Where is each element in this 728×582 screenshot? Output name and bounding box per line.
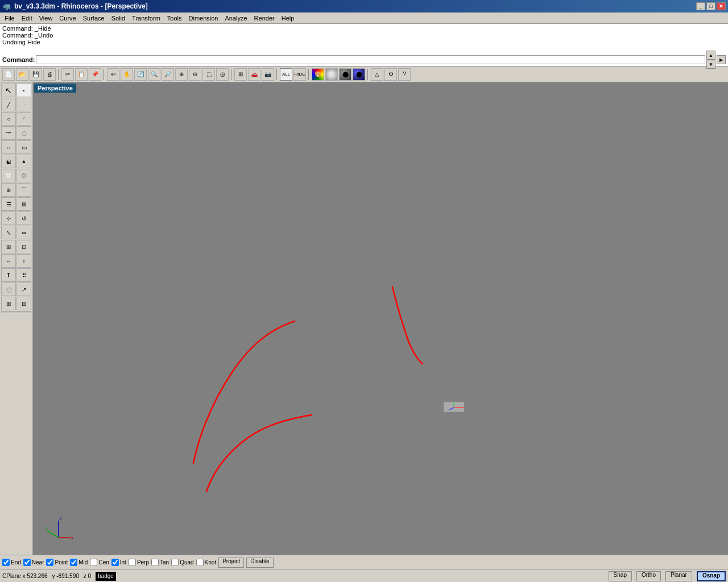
menu-analyze[interactable]: Analyze xyxy=(221,14,250,23)
knot-checkbox[interactable] xyxy=(196,559,204,566)
point-checkbox[interactable] xyxy=(46,559,53,566)
tan-checkbox[interactable] xyxy=(151,559,159,566)
command-input[interactable] xyxy=(36,55,705,64)
array-tool[interactable]: ⊞ xyxy=(1,240,16,253)
select-options-tool[interactable]: ▪ xyxy=(16,84,31,97)
material1-button[interactable]: 🎨 xyxy=(312,68,324,81)
near-checkbox[interactable] xyxy=(23,559,31,566)
capture-button[interactable]: 📷 xyxy=(262,68,274,81)
int-checkbox[interactable] xyxy=(111,559,119,566)
zoom-window-button[interactable]: ⬚ xyxy=(202,68,215,81)
undo-button[interactable]: ↩ xyxy=(107,68,119,81)
knot-snap[interactable]: Knot xyxy=(196,559,217,566)
import-tool[interactable]: ⊞ xyxy=(1,297,16,310)
text-tool[interactable]: T xyxy=(1,268,16,282)
zoom-dynamic-button[interactable]: ◎ xyxy=(216,68,229,81)
hide-button[interactable]: HIDE xyxy=(293,68,306,81)
menu-dimension[interactable]: Dimension xyxy=(185,14,222,23)
solid-tool[interactable]: ⬜ xyxy=(1,169,16,182)
zoom-in-button[interactable]: ⊕ xyxy=(175,68,188,81)
zoom-out-button[interactable]: ⊖ xyxy=(189,68,201,81)
transform-tool[interactable]: ↔ xyxy=(1,140,16,154)
menu-solid[interactable]: Solid xyxy=(108,14,129,23)
tan-snap[interactable]: Tan xyxy=(151,559,169,566)
cut-button[interactable]: ✂ xyxy=(61,68,74,81)
properties-button[interactable]: ⚙ xyxy=(384,68,397,81)
mesh-tool[interactable]: ⬡ xyxy=(16,169,31,182)
rotate-button[interactable]: 🔄 xyxy=(134,68,147,81)
point-snap[interactable]: Point xyxy=(46,559,68,566)
material3-button[interactable]: ⬤ xyxy=(353,68,365,81)
hatch-tool[interactable]: ⠿ xyxy=(16,268,31,282)
scroll-down-button[interactable]: ▼ xyxy=(706,60,715,69)
curve-tool[interactable]: ◌ xyxy=(16,126,31,140)
rectangle-tool[interactable]: ▭ xyxy=(16,140,31,154)
dim2-tool[interactable]: ↕ xyxy=(16,254,31,268)
cen-snap[interactable]: Cen xyxy=(90,559,109,566)
end-snap[interactable]: End xyxy=(2,559,21,566)
properties-panel-tool[interactable]: ⊞ xyxy=(16,197,31,211)
open-button[interactable]: 📂 xyxy=(16,68,28,81)
leader-tool[interactable]: ↗ xyxy=(16,282,31,296)
menu-render[interactable]: Render xyxy=(251,14,278,23)
help-button[interactable]: ? xyxy=(398,68,411,81)
dim-tool[interactable]: ↔ xyxy=(1,254,16,268)
save-button[interactable]: 💾 xyxy=(30,68,42,81)
arc-tool[interactable]: ◜ xyxy=(16,112,31,126)
quad-checkbox[interactable] xyxy=(171,559,179,566)
menu-edit[interactable]: Edit xyxy=(18,14,36,23)
maximize-button[interactable]: □ xyxy=(706,2,715,10)
mirror-tool[interactable]: ⇔ xyxy=(16,226,31,239)
scroll-right-button[interactable]: ▶ xyxy=(717,55,726,64)
viewport[interactable]: Perspective Z Y xyxy=(33,82,728,555)
minimize-button[interactable]: _ xyxy=(696,2,705,10)
menu-file[interactable]: File xyxy=(1,14,18,23)
material2-button[interactable]: ⚪ xyxy=(325,68,338,81)
near-snap[interactable]: Near xyxy=(23,559,44,566)
4view-button[interactable]: ⊞ xyxy=(234,68,247,81)
cen-checkbox[interactable] xyxy=(90,559,97,566)
perp-snap[interactable]: Perp xyxy=(129,559,149,566)
menu-help[interactable]: Help xyxy=(278,14,298,23)
surface-from-curves-tool[interactable]: ⬕ xyxy=(1,155,16,168)
select-tool[interactable]: ↖ xyxy=(1,84,16,97)
perp-checkbox[interactable] xyxy=(129,559,136,566)
point-tool[interactable]: ⋅ xyxy=(16,98,31,111)
scroll-up-button[interactable]: ▲ xyxy=(706,51,715,60)
menu-curve[interactable]: Curve xyxy=(56,14,79,23)
print-button[interactable]: 🖨 xyxy=(43,68,56,81)
end-checkbox[interactable] xyxy=(2,559,10,566)
int-snap[interactable]: Int xyxy=(111,559,126,566)
titlebar-controls[interactable]: _ □ ✕ xyxy=(696,2,726,10)
zoom-extents-button[interactable]: 🔍 xyxy=(148,68,160,81)
planar-toggle-button[interactable]: Planar xyxy=(665,571,692,581)
line-tool[interactable]: ╱ xyxy=(1,98,16,111)
mid-checkbox[interactable] xyxy=(70,559,77,566)
export-tool[interactable]: ⊟ xyxy=(16,297,31,310)
copy-button[interactable]: 📋 xyxy=(75,68,88,81)
menu-tools[interactable]: Tools xyxy=(164,14,185,23)
boolean-tool[interactable]: ⊕ xyxy=(1,183,16,197)
close-button[interactable]: ✕ xyxy=(717,2,726,10)
ortho-toggle-button[interactable]: Ortho xyxy=(636,571,661,581)
lights-button[interactable]: △ xyxy=(371,68,383,81)
layer-panel-tool[interactable]: ☰ xyxy=(1,197,16,211)
menu-transform[interactable]: Transform xyxy=(129,14,164,23)
scale-tool[interactable]: ⤡ xyxy=(1,226,16,239)
freeform-tool[interactable]: 〜 xyxy=(1,126,16,140)
project-button[interactable]: Project xyxy=(218,558,244,568)
rotate-tool[interactable]: ↺ xyxy=(16,211,31,225)
menu-surface[interactable]: Surface xyxy=(80,14,108,23)
render-preview-button[interactable]: 🚗 xyxy=(248,68,260,81)
cage-edit-tool[interactable]: ⊡ xyxy=(16,240,31,253)
disable-button[interactable]: Disable xyxy=(246,558,273,568)
mid-snap[interactable]: Mid xyxy=(70,559,88,566)
fillet-tool[interactable]: ⌒ xyxy=(16,183,31,197)
osnap-toggle-button[interactable]: Osnap xyxy=(697,571,726,581)
sphere-button[interactable]: ⬤ xyxy=(339,68,351,81)
snap-toggle-button[interactable]: Snap xyxy=(609,571,632,581)
block-tool[interactable]: ⬚ xyxy=(1,282,16,296)
zoom-selected-button[interactable]: 🔎 xyxy=(162,68,174,81)
menu-view[interactable]: View xyxy=(36,14,56,23)
quad-snap[interactable]: Quad xyxy=(171,559,193,566)
